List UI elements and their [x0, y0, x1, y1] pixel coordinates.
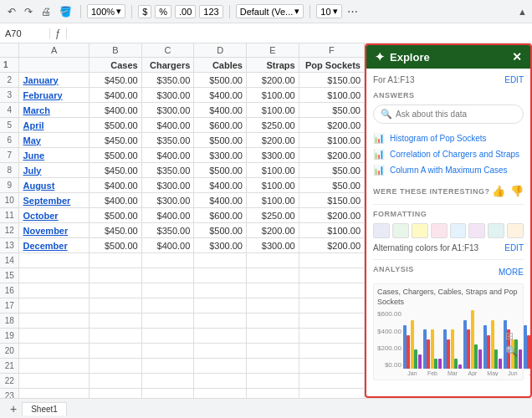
cell-chargers[interactable]: $300.00 — [141, 103, 194, 118]
format-swatch-item[interactable] — [468, 223, 485, 238]
cell-chargers[interactable]: $400.00 — [141, 148, 194, 163]
cell-empty[interactable] — [141, 253, 194, 268]
paint-format-icon[interactable]: 🪣 — [57, 4, 74, 19]
cell-cases[interactable]: $500.00 — [90, 208, 142, 223]
cell-empty[interactable] — [246, 344, 299, 359]
cell-month[interactable]: October — [19, 208, 90, 223]
cell-empty[interactable] — [90, 253, 142, 268]
cell-empty[interactable] — [299, 298, 364, 314]
zoom-chart-icon[interactable]: 🔍 — [505, 345, 518, 357]
cell-D1[interactable]: Cables — [194, 58, 247, 73]
cell-empty[interactable] — [299, 314, 364, 329]
cell-cables[interactable]: $500.00 — [194, 133, 247, 148]
cell-empty[interactable] — [90, 268, 142, 283]
cell-cases[interactable]: $450.00 — [90, 133, 142, 148]
suggestion-item-2[interactable]: 📊 Correlation of Chargers and Straps — [373, 146, 524, 162]
cell-cables[interactable]: $400.00 — [194, 88, 247, 103]
cell-month[interactable]: August — [19, 178, 90, 193]
cell-empty[interactable] — [90, 329, 142, 344]
suggestion-item-3[interactable]: 📊 Column A with Maximum Cases — [373, 162, 524, 178]
cell-pop-sockets[interactable]: $200.00 — [299, 148, 364, 163]
cell-empty[interactable] — [299, 344, 364, 359]
cell-empty[interactable] — [299, 359, 364, 374]
cell-cases[interactable]: $400.00 — [90, 178, 142, 193]
cell-empty[interactable] — [19, 283, 90, 298]
cell-straps[interactable]: $100.00 — [246, 178, 299, 193]
cell-month[interactable]: January — [19, 73, 90, 88]
cell-empty[interactable] — [141, 298, 194, 314]
decimal-dropdown[interactable]: .00 — [175, 5, 196, 18]
cell-empty[interactable] — [194, 298, 247, 314]
cell-empty[interactable] — [19, 298, 90, 314]
cell-empty[interactable] — [19, 344, 90, 359]
redo-icon[interactable]: ↷ — [22, 4, 35, 19]
cell-empty[interactable] — [299, 283, 364, 298]
zoom-dropdown[interactable]: 100% ▾ — [87, 4, 125, 18]
cell-empty[interactable] — [194, 253, 247, 268]
cell-chargers[interactable]: $400.00 — [141, 238, 194, 253]
cell-cables[interactable]: $300.00 — [194, 238, 247, 253]
percent-dropdown[interactable]: % — [155, 5, 171, 18]
cell-cables[interactable]: $500.00 — [194, 223, 247, 238]
cell-empty[interactable] — [90, 314, 142, 329]
cell-month[interactable]: December — [19, 238, 90, 253]
cell-chargers[interactable]: $300.00 — [141, 88, 194, 103]
cell-empty[interactable] — [299, 374, 364, 389]
cell-pop-sockets[interactable]: $50.00 — [299, 163, 364, 178]
cell-empty[interactable] — [246, 329, 299, 344]
cell-empty[interactable] — [90, 374, 142, 389]
cell-F1[interactable]: Pop Sockets — [299, 58, 364, 73]
format-swatch-item[interactable] — [507, 223, 524, 238]
currency-dropdown[interactable]: $ — [138, 5, 151, 18]
cell-cables[interactable]: $400.00 — [194, 193, 247, 208]
cell-chargers[interactable]: $300.00 — [141, 193, 194, 208]
cell-empty[interactable] — [194, 389, 247, 399]
sheet-scroll[interactable]: A B C D E F 1 Cases Chargers — [0, 43, 365, 398]
cell-empty[interactable] — [299, 389, 364, 399]
analysis-more-button[interactable]: MORE — [499, 268, 524, 277]
cell-straps[interactable]: $250.00 — [246, 208, 299, 223]
cell-cases[interactable]: $500.00 — [90, 118, 142, 133]
cell-empty[interactable] — [19, 329, 90, 344]
col-header-A[interactable]: A — [19, 43, 90, 58]
search-input[interactable] — [396, 110, 516, 119]
sheet-tab-1[interactable]: Sheet1 — [22, 402, 67, 415]
cell-empty[interactable] — [246, 314, 299, 329]
cell-empty[interactable] — [194, 283, 247, 298]
cell-empty[interactable] — [141, 344, 194, 359]
fontsize-dropdown[interactable]: 10 ▾ — [316, 4, 341, 18]
cell-empty[interactable] — [246, 283, 299, 298]
cell-empty[interactable] — [90, 344, 142, 359]
col-header-B[interactable]: B — [90, 43, 142, 58]
cell-straps[interactable]: $100.00 — [246, 88, 299, 103]
col-header-C[interactable]: C — [141, 43, 194, 58]
cell-empty[interactable] — [141, 268, 194, 283]
cell-cables[interactable]: $500.00 — [194, 73, 247, 88]
cell-cases[interactable]: $450.00 — [90, 163, 142, 178]
cell-empty[interactable] — [19, 253, 90, 268]
cell-empty[interactable] — [19, 314, 90, 329]
cell-chargers[interactable]: $350.00 — [141, 133, 194, 148]
font-dropdown[interactable]: Default (Ve... ▾ — [236, 4, 304, 18]
cell-cases[interactable]: $500.00 — [90, 148, 142, 163]
cell-chargers[interactable]: $350.00 — [141, 223, 194, 238]
cell-month[interactable]: July — [19, 163, 90, 178]
cell-cases[interactable]: $500.00 — [90, 238, 142, 253]
cell-chargers[interactable]: $350.00 — [141, 163, 194, 178]
cell-cases[interactable]: $400.00 — [90, 88, 142, 103]
explore-body[interactable]: For A1:F13 EDIT ANSWERS 🔍 📊 Histogram of… — [366, 69, 530, 396]
cell-pop-sockets[interactable]: $150.00 — [299, 193, 364, 208]
cell-cables[interactable]: $500.00 — [194, 163, 247, 178]
cell-month[interactable]: May — [19, 133, 90, 148]
cell-E1[interactable]: Straps — [246, 58, 299, 73]
cell-straps[interactable]: $100.00 — [246, 193, 299, 208]
cell-empty[interactable] — [299, 253, 364, 268]
cell-empty[interactable] — [194, 374, 247, 389]
cell-straps[interactable]: $300.00 — [246, 148, 299, 163]
explore-close-button[interactable]: ✕ — [512, 50, 522, 64]
col-header-F[interactable]: F — [299, 43, 364, 58]
cell-cases[interactable]: $450.00 — [90, 223, 142, 238]
cell-B1[interactable]: Cases — [90, 58, 142, 73]
cell-empty[interactable] — [194, 344, 247, 359]
cell-month[interactable]: April — [19, 118, 90, 133]
